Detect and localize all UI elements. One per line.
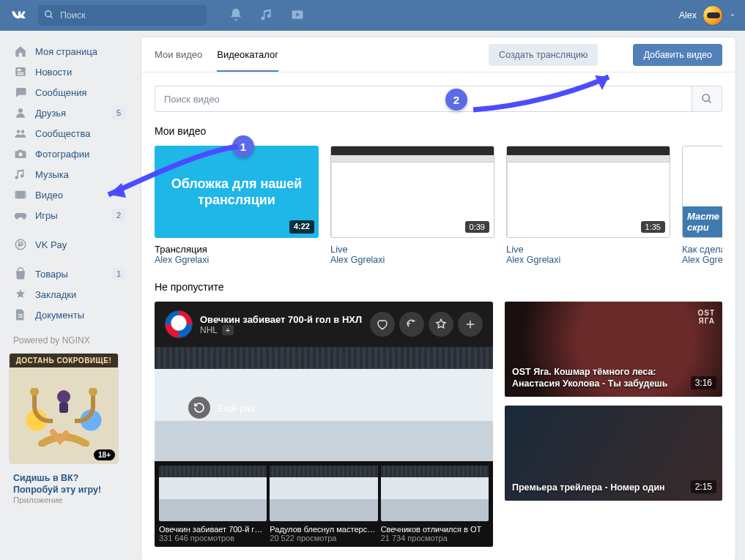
promo-title[interactable]: Сидишь в ВК? Попробуй эту игру!: [9, 468, 130, 496]
sidebar-item-groups[interactable]: Сообщества: [9, 123, 130, 143]
svg-point-9: [21, 130, 25, 134]
sidebar-item-market[interactable]: Товары1: [9, 264, 130, 284]
tab-video-catalog[interactable]: Видеокаталог: [217, 37, 278, 72]
docs-icon: [13, 307, 28, 322]
sidebar-item-label: Закладки: [35, 289, 125, 300]
sidebar-item-video[interactable]: Видео: [9, 184, 130, 205]
sidebar-item-games[interactable]: Игры2: [9, 205, 130, 225]
sidebar-item-label: Игры: [35, 210, 112, 221]
sidebar-item-label: Друзья: [35, 108, 112, 119]
promo-card[interactable]: ДОСТАНЬ СОКРОВИЩЕ! 18+: [9, 353, 119, 464]
featured-clip[interactable]: Свечников отличился в ОТ21 734 просмотра: [381, 466, 489, 542]
age-badge: 18+: [94, 449, 115, 460]
video-card[interactable]: Обложка для нашей трансляции4:22Трансляц…: [155, 146, 319, 265]
chevron-down-icon: [729, 10, 736, 21]
sidebar-item-msg[interactable]: Сообщения: [9, 82, 130, 102]
video-thumb: Обложка для нашей трансляции4:22: [155, 146, 319, 238]
market-icon: [13, 266, 28, 281]
sidebar-item-home[interactable]: Моя страница: [9, 41, 130, 61]
svg-point-7: [18, 108, 23, 113]
video-author[interactable]: Alex Ggre: [682, 255, 722, 265]
sidebar-item-music[interactable]: Музыка: [9, 164, 130, 184]
global-search-input[interactable]: [38, 5, 207, 26]
svg-point-21: [703, 94, 709, 101]
friends-icon: [13, 105, 28, 120]
svg-rect-5: [18, 72, 24, 74]
svg-rect-15: [18, 314, 23, 316]
featured-title: Овечкин забивает 700-й гол в НХЛ: [200, 314, 362, 325]
star-icon[interactable]: [429, 312, 453, 337]
tab-my-videos[interactable]: Мои видео: [155, 37, 202, 72]
video-thumb: 0:39: [330, 146, 494, 238]
replay-button[interactable]: Ещё раз: [188, 397, 254, 419]
clip-views: 20 522 просмотра: [270, 534, 377, 542]
featured-clips-row: Овечкин забивает 700-й г…331 646 просмот…: [155, 461, 493, 547]
create-stream-button[interactable]: Создать трансляцию: [489, 44, 598, 66]
video-search: [155, 86, 722, 112]
svg-point-8: [17, 130, 21, 134]
user-avatar-icon: [703, 5, 723, 26]
games-icon: [13, 208, 28, 223]
video-author[interactable]: Alex Ggrelaxi: [330, 255, 494, 265]
share-icon[interactable]: [399, 312, 424, 337]
svg-rect-16: [18, 316, 23, 318]
sidebar-item-pay[interactable]: VK Pay: [9, 234, 130, 255]
video-duration: 0:39: [465, 221, 489, 233]
video-author[interactable]: Alex Ggrelaxi: [506, 255, 670, 265]
side-video-card[interactable]: OSTЯГАOST Яга. Кошмар тёмного леса: Анас…: [505, 302, 722, 397]
subscribe-plus-icon[interactable]: +: [222, 325, 234, 335]
user-menu[interactable]: Alex: [679, 5, 736, 26]
add-video-button[interactable]: Добавить видео: [633, 44, 722, 66]
promo-subtitle: Приложение: [9, 496, 130, 509]
video-card[interactable]: SocВидМастескриКак сделаAlex Ggre: [682, 146, 722, 265]
side-video-card[interactable]: Премьера трейлера - Номер один2:15: [505, 406, 722, 501]
svg-rect-20: [59, 403, 68, 413]
video-search-button[interactable]: [692, 86, 722, 112]
sidebar-item-label: Сообщения: [35, 87, 125, 98]
video-card[interactable]: 0:39LiveAlex Ggrelaxi: [330, 146, 494, 265]
svg-line-1: [51, 16, 53, 18]
side-card-duration: 3:16: [691, 376, 716, 389]
featured-source[interactable]: NHL: [200, 325, 218, 335]
pay-icon: [13, 237, 28, 252]
featured-main-card[interactable]: Овечкин забивает 700-й гол в НХЛ NHL +: [155, 302, 493, 547]
sidebar-item-docs[interactable]: Документы: [9, 305, 130, 325]
video-title: Как сдела: [682, 244, 722, 255]
featured-video-area[interactable]: Ещё раз: [155, 347, 493, 461]
featured-clip[interactable]: Радулов блеснул мастерс…20 522 просмотра: [270, 466, 377, 542]
like-icon[interactable]: [370, 312, 395, 337]
svg-point-18: [89, 388, 97, 396]
sidebar-item-label: Музыка: [35, 169, 125, 180]
music-icon[interactable]: [259, 7, 274, 24]
side-card-logo: OSTЯГА: [697, 309, 715, 325]
section-my-videos-title: Мои видео: [155, 125, 722, 137]
featured-side-column: OSTЯГАOST Яга. Кошмар тёмного леса: Анас…: [505, 302, 722, 547]
sidebar-item-photo[interactable]: Фотографии: [9, 143, 130, 164]
bookmark-icon: [13, 287, 28, 302]
add-icon[interactable]: [458, 312, 483, 337]
clip-thumb: [159, 466, 267, 521]
news-icon: [13, 64, 28, 79]
notifications-icon[interactable]: [229, 7, 243, 24]
featured-clip[interactable]: Овечкин забивает 700-й г…331 646 просмот…: [159, 466, 267, 542]
sidebar-item-friends[interactable]: Друзья5: [9, 102, 130, 123]
video-player-icon[interactable]: [290, 7, 305, 24]
sidebar-item-label: Моя страница: [35, 46, 125, 57]
promo-image: ДОСТАНЬ СОКРОВИЩЕ! 18+: [10, 354, 118, 463]
video-card[interactable]: 1:35LiveAlex Ggrelaxi: [506, 146, 670, 265]
svg-point-19: [57, 390, 70, 403]
sidebar: Моя страницаНовостиСообщенияДрузья5Сообщ…: [9, 37, 130, 509]
vk-logo-icon[interactable]: [9, 5, 29, 26]
video-author[interactable]: Alex Ggrelaxi: [155, 255, 319, 265]
sidebar-item-bookmark[interactable]: Закладки: [9, 284, 130, 305]
featured-row: Овечкин забивает 700-й гол в НХЛ NHL +: [155, 302, 722, 547]
video-search-input[interactable]: [155, 86, 692, 112]
sidebar-item-news[interactable]: Новости: [9, 61, 130, 82]
sidebar-item-label: Документы: [35, 310, 125, 321]
sidebar-badge: 2: [112, 209, 125, 222]
sidebar-item-label: Видео: [35, 190, 125, 201]
sidebar-item-label: Новости: [35, 67, 125, 78]
sidebar-badge: 1: [112, 267, 125, 280]
user-name: Alex: [679, 10, 697, 20]
side-card-title: Премьера трейлера - Номер один: [512, 482, 686, 493]
